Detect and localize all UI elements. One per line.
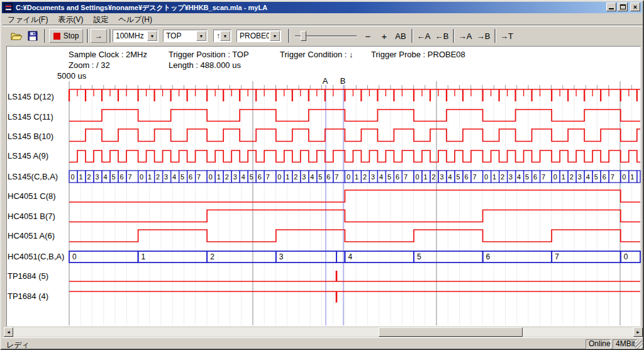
svg-text:6: 6 [258,173,262,181]
status-bar: レディ Online 4MBit [3,337,644,349]
svg-text:4: 4 [448,173,452,181]
svg-text:1: 1 [286,173,289,181]
svg-text:3: 3 [279,252,284,261]
svg-text:4: 4 [586,173,590,181]
svg-text:0: 0 [71,173,75,181]
svg-text:0: 0 [72,252,77,261]
svg-text:6: 6 [189,173,192,181]
status-memory-indicator: 4MBit [613,339,638,349]
svg-text:2: 2 [432,173,436,181]
svg-text:2: 2 [570,173,574,181]
svg-text:6: 6 [326,173,330,181]
svg-text:3: 3 [96,173,99,181]
scroll-left-icon: ◄ [6,330,11,334]
svg-text:0: 0 [624,252,628,261]
svg-text:2: 2 [87,173,91,181]
svg-text:2: 2 [501,173,504,181]
svg-text:7: 7 [555,252,559,261]
svg-text:1: 1 [217,173,221,181]
svg-text:4: 4 [172,173,176,181]
svg-text:7: 7 [335,173,338,181]
svg-text:A: A [323,76,328,86]
svg-text:0: 0 [140,173,143,181]
svg-text:1: 1 [424,173,428,181]
svg-text:4: 4 [242,173,245,181]
svg-text:1: 1 [630,173,634,181]
svg-text:5: 5 [417,252,421,261]
svg-text:3: 3 [164,173,168,181]
svg-text:1: 1 [148,173,152,181]
svg-text:3: 3 [440,173,444,181]
svg-text:7: 7 [541,173,545,181]
status-ready-text: レディ [6,340,30,350]
svg-text:0: 0 [622,173,626,181]
svg-text:7: 7 [128,173,132,181]
svg-text:6: 6 [486,252,491,261]
svg-text:0: 0 [484,173,488,181]
svg-text:2: 2 [225,173,229,181]
svg-text:5: 5 [112,173,116,181]
svg-text:0: 0 [347,173,350,181]
svg-text:3: 3 [302,173,306,181]
svg-text:4: 4 [104,173,108,181]
svg-text:3: 3 [371,173,375,181]
resize-grip[interactable] [635,341,643,349]
app-window: C:¥Documents and Settings¥noname¥デスクトップ¥… [0,0,644,350]
svg-text:B: B [340,76,346,86]
svg-text:2: 2 [363,173,367,181]
svg-text:5: 5 [180,173,184,181]
svg-text:2: 2 [294,173,297,181]
waveform-plot[interactable]: AB01234567012345670123456701234567012345… [1,1,644,350]
svg-text:4: 4 [310,173,314,181]
svg-text:4: 4 [379,173,383,181]
svg-text:2: 2 [156,173,160,181]
svg-text:3: 3 [233,173,237,181]
svg-text:5: 5 [250,173,253,181]
horizontal-scrollbar[interactable]: ◄ ► [4,327,643,337]
svg-text:7: 7 [404,173,408,181]
svg-text:3: 3 [509,173,513,181]
svg-text:6: 6 [602,173,606,181]
svg-text:7: 7 [611,173,614,181]
svg-text:0: 0 [416,173,419,181]
svg-text:1: 1 [562,173,565,181]
svg-text:1: 1 [355,173,358,181]
svg-text:7: 7 [266,173,270,181]
svg-text:6: 6 [533,173,537,181]
svg-text:6: 6 [465,173,469,181]
status-online-indicator: Online [586,339,611,349]
svg-text:2: 2 [210,252,214,261]
svg-text:5: 5 [457,173,460,181]
svg-text:4: 4 [517,173,521,181]
svg-text:1: 1 [492,173,496,181]
svg-text:5: 5 [318,173,322,181]
svg-text:4: 4 [348,252,352,261]
scroll-left-button[interactable]: ◄ [4,327,13,337]
svg-text:5: 5 [594,173,598,181]
svg-text:3: 3 [578,173,582,181]
svg-text:6: 6 [120,173,124,181]
svg-text:0: 0 [277,173,281,181]
svg-text:6: 6 [396,173,399,181]
svg-text:0: 0 [553,173,557,181]
scroll-right-button[interactable]: ► [633,327,643,337]
svg-text:1: 1 [79,173,83,181]
svg-text:5: 5 [387,173,391,181]
svg-text:0: 0 [209,173,213,181]
scrollbar-thumb[interactable] [379,327,523,337]
svg-text:7: 7 [473,173,477,181]
svg-text:1: 1 [142,252,146,261]
svg-text:7: 7 [197,173,201,181]
scroll-right-icon: ► [636,330,640,334]
svg-text:5: 5 [525,173,529,181]
